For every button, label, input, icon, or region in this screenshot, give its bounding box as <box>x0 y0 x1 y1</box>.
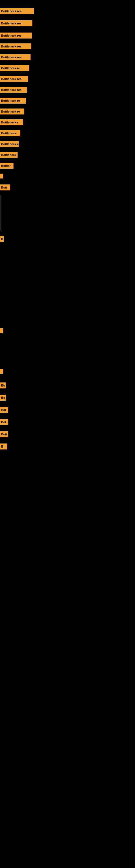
bar-item-23: Bot <box>0 419 8 425</box>
bar-item-20: Bo <box>0 382 6 389</box>
bar-item-9: Bottleneck re <box>0 108 24 115</box>
bar-item-4: Bottleneck res <box>0 54 31 60</box>
bar-item-22: Bot <box>0 407 8 413</box>
bar-item-2: Bottleneck res <box>0 33 32 38</box>
bar-item-15 <box>0 174 3 179</box>
bar-item-17: B <box>0 236 4 242</box>
bar-item-13: Bottleneck <box>0 152 17 158</box>
bar-item-11: Bottleneck <box>0 130 20 136</box>
bar-item-25: B <box>0 443 7 450</box>
bar-item-21: Bo <box>0 395 6 401</box>
bar-item-10: Bottleneck r <box>0 119 23 125</box>
bar-item-24: Bott <box>0 431 8 437</box>
bar-item-7: Bottleneck res <box>0 87 27 93</box>
bar-item-8: Bottleneck re <box>0 98 26 104</box>
bar-item-18 <box>0 328 3 333</box>
bar-item-0: Bottleneck res <box>0 8 34 14</box>
bar-item-12: Bottleneck c <box>0 141 19 147</box>
bar-item-19 <box>0 369 3 374</box>
bar-item-16: Bott <box>0 184 10 190</box>
bar-item-1: Bottleneck res <box>0 20 32 26</box>
bar-item-6: Bottleneck res <box>0 76 28 82</box>
bar-item-5: Bottleneck re <box>0 65 29 71</box>
bar-item-3: Bottleneck res <box>0 43 31 50</box>
bar-item-14: Bottler <box>0 163 13 169</box>
